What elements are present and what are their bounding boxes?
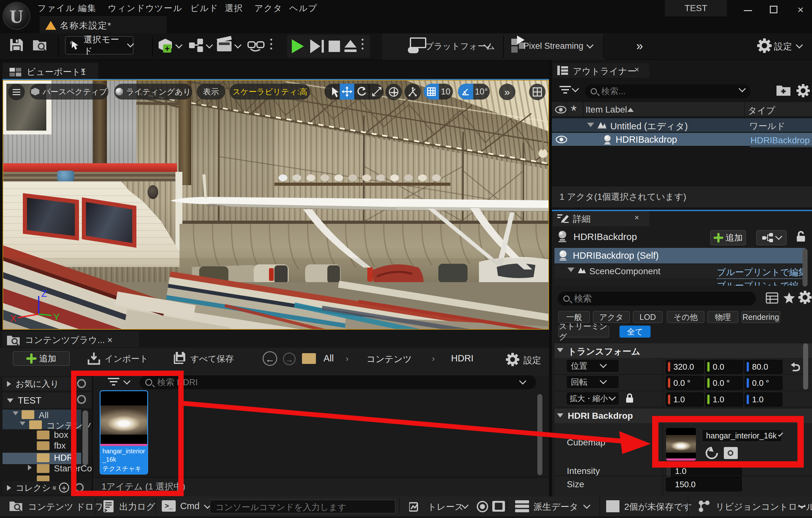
svg-text:X: X (10, 313, 17, 323)
svg-text:Z: Z (41, 288, 47, 299)
svg-text:Y: Y (53, 312, 60, 322)
